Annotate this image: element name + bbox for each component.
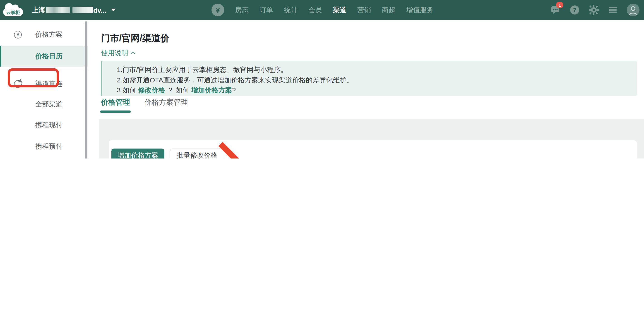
sidebar-item-label: 渠道直连 (35, 80, 62, 88)
sidebar-item-icon (14, 80, 22, 88)
nav-item[interactable]: 统计 (284, 6, 298, 14)
sidebar-item[interactable]: 全部渠道 (0, 94, 88, 115)
nav-item[interactable]: 增值服务 (406, 6, 434, 14)
svg-text:?: ? (573, 6, 576, 13)
settings-gear-icon[interactable] (589, 5, 599, 15)
batch-modify-price-button[interactable]: 批量修改价格 (170, 148, 224, 158)
sidebar-item-label: 价格方案 (35, 30, 62, 39)
tab-bar: 价格管理 价格方案管理 (101, 98, 188, 113)
redacted-hotel-name (46, 7, 70, 13)
notification-badge: 1 (556, 2, 564, 8)
sidebar-item-label: 携程现付 (35, 121, 62, 130)
sidebar-item[interactable]: 携程现付 (0, 115, 88, 136)
tab[interactable]: 价格方案管理 (144, 98, 188, 113)
primary-nav: ¥ 房态 订单 统计 会员 渠道 营销 商超 增值服务 (212, 0, 434, 20)
sidebar-item[interactable]: 价格日历 (0, 46, 88, 66)
nav-item[interactable]: 房态 (235, 6, 249, 14)
nav-item[interactable]: 商超 (382, 6, 395, 14)
yunzhanggui-logo[interactable]: 云掌柜 (3, 4, 23, 16)
hotel-name-prefix: 上海 (32, 6, 45, 14)
tab[interactable]: 价格管理 (101, 98, 130, 113)
sidebar-item-icon (14, 30, 22, 38)
sidebar-scrollbar[interactable] (85, 21, 88, 158)
instruction-line: 2.如需开通OTA直连服务，可通过增加价格方案来实现渠道价格的差异化维护。 (117, 75, 637, 85)
sidebar: 价格方案 价格日历 渠道直连 全部渠道 携程现付 (0, 20, 88, 158)
hotel-name-suffix: dv... (93, 6, 106, 14)
usage-instructions-box: 1.门市/官网价主要应用于云掌柜房态、微官网与小程序。 2.如需开通OTA直连服… (101, 61, 637, 96)
redacted-hotel-name (72, 7, 93, 13)
nav-item[interactable]: 会员 (308, 6, 322, 14)
hotel-switcher[interactable]: 上海 dv... (32, 0, 116, 20)
instruction-line: 3.如何 修改价格 ？ 如何 增加价格方案? (117, 85, 637, 95)
page-title: 门市/官网/渠道价 (101, 32, 170, 44)
chevron-up-icon (130, 52, 136, 56)
nav-item[interactable]: 渠道 (333, 6, 346, 14)
nav-item[interactable]: 订单 (260, 6, 273, 14)
sidebar-item[interactable]: 渠道直连 (0, 74, 88, 94)
usage-help-toggle[interactable]: 使用说明 (101, 49, 136, 58)
nav-item[interactable]: 营销 (357, 6, 371, 14)
tab-content-panel: 增加价格方案 批量修改价格 2022-04-06~2022-05-05 (99, 118, 644, 158)
sidebar-item-label: 价格日历 (35, 52, 62, 60)
add-price-plan-link[interactable]: 增加价格方案 (191, 86, 232, 94)
instruction-line: 1.门市/官网价主要应用于云掌柜房态、微官网与小程序。 (117, 65, 637, 75)
sidebar-item[interactable]: 飞猪 (0, 157, 88, 158)
currency-coin-icon[interactable]: ¥ (212, 4, 224, 16)
modify-price-link[interactable]: 修改价格 (138, 86, 165, 94)
sidebar-item[interactable]: 携程预付 (0, 136, 88, 157)
sidebar-item-label: 全部渠道 (35, 100, 62, 109)
messages-icon[interactable]: 1 (551, 5, 561, 15)
price-calendar-card: 增加价格方案 批量修改价格 2022-04-06~2022-05-05 (109, 140, 637, 158)
chevron-down-icon (111, 8, 116, 11)
sidebar-item-label: 携程预付 (35, 142, 62, 151)
user-avatar[interactable] (627, 4, 640, 16)
main-content: 门市/官网/渠道价 使用说明 1.门市/官网价主要应用于云掌柜房态、微官网与小程… (89, 20, 644, 158)
sidebar-item[interactable]: 价格方案 (0, 24, 88, 44)
topbar-icons: 1 ? (551, 0, 640, 20)
add-price-plan-button[interactable]: 增加价格方案 (112, 148, 164, 158)
app-window: 云掌柜 上海 dv... ¥ 房态 订单 统计 会员 渠道 营销 商超 (0, 0, 644, 158)
help-icon[interactable]: ? (570, 5, 580, 15)
top-navigation-bar: 云掌柜 上海 dv... ¥ 房态 订单 统计 会员 渠道 营销 商超 (0, 0, 644, 20)
menu-icon[interactable] (608, 5, 618, 15)
